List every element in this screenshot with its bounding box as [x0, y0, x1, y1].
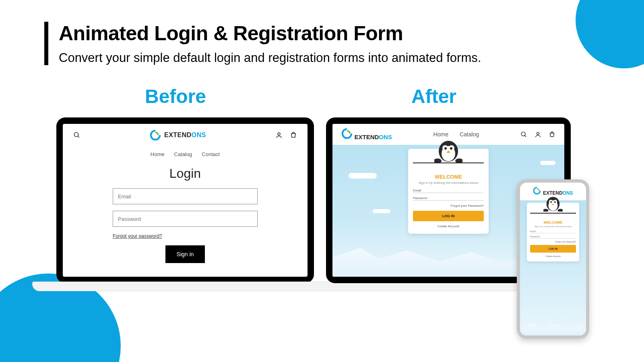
- create-account-link[interactable]: Create Account: [413, 224, 484, 228]
- forgot-password-link[interactable]: Forgot your password?: [113, 233, 162, 239]
- email-label: Email: [530, 230, 576, 232]
- before-screen: EXTENDONS Home Catalog Contact Login: [63, 124, 308, 277]
- welcome-text: WELCOME: [413, 174, 484, 180]
- brand-logo: EXTENDONS: [341, 128, 392, 141]
- forgot-password-link[interactable]: Forgot your Password?: [413, 204, 484, 208]
- animated-login-card: WELCOME Sign in by entering the informat…: [408, 149, 489, 234]
- svg-line-4: [525, 135, 526, 137]
- svg-point-3: [521, 132, 525, 136]
- page-title: Animated Login & Registration Form: [59, 22, 481, 45]
- svg-point-19: [550, 201, 552, 203]
- password-label: Password: [530, 235, 576, 238]
- before-topbar: EXTENDONS: [73, 130, 297, 141]
- brand-mark-icon: [533, 187, 541, 195]
- heading-block: Animated Login & Registration Form Conve…: [44, 22, 481, 65]
- decorative-circle-top-right: [576, 0, 644, 68]
- cart-icon[interactable]: [549, 131, 555, 138]
- cloud-icon: [373, 209, 390, 213]
- after-label: After: [411, 85, 456, 107]
- welcome-subtext: Sign in by entering the informations bel…: [530, 225, 576, 228]
- brand-text: EXTENDONS: [354, 134, 392, 140]
- brand-mark-icon: [150, 130, 161, 141]
- mountain-decoration: [520, 319, 586, 335]
- forgot-password-link[interactable]: Forgot your Password?: [530, 241, 576, 243]
- login-button[interactable]: LOG IN: [413, 211, 484, 221]
- cloud-icon: [540, 161, 555, 165]
- svg-point-13: [434, 158, 442, 162]
- svg-point-11: [450, 147, 452, 150]
- mobile-screen: EXTENDONS WELCOME: [520, 183, 586, 335]
- before-login-form: Forgot your password? Sign in: [113, 188, 258, 263]
- login-heading: Login: [169, 166, 201, 181]
- nav-home[interactable]: Home: [151, 151, 165, 157]
- svg-point-22: [543, 209, 548, 212]
- after-nav: Home Catalog: [433, 131, 479, 138]
- svg-point-20: [554, 201, 556, 203]
- page-subtitle: Convert your simple default login and re…: [59, 51, 481, 65]
- svg-point-23: [558, 209, 563, 212]
- mobile-device: EXTENDONS WELCOME: [517, 179, 589, 339]
- cloud-icon: [349, 173, 377, 179]
- search-icon[interactable]: [73, 132, 80, 139]
- animated-login-card: WELCOME Sign in by entering the informat…: [527, 203, 579, 261]
- nav-contact[interactable]: Contact: [202, 151, 220, 157]
- nav-home[interactable]: Home: [433, 131, 448, 138]
- svg-point-0: [74, 132, 78, 137]
- laptop-bezel: EXTENDONS Home Catalog Contact Login: [56, 117, 314, 283]
- svg-point-5: [537, 132, 539, 134]
- email-label: Email: [413, 189, 484, 192]
- cart-icon[interactable]: [290, 132, 297, 139]
- nav-catalog[interactable]: Catalog: [174, 151, 192, 157]
- password-field[interactable]: [530, 238, 576, 239]
- topbar-icons: [520, 131, 555, 138]
- welcome-subtext: Sign in by entering the informations bel…: [413, 181, 484, 185]
- penguin-icon: [543, 195, 563, 213]
- user-icon[interactable]: [535, 131, 541, 138]
- svg-point-14: [455, 158, 462, 162]
- before-laptop: EXTENDONS Home Catalog Contact Login: [56, 117, 314, 283]
- card-divider: [530, 213, 576, 214]
- brand-mark-icon: [341, 128, 353, 139]
- brand-text: EXTENDONS: [164, 132, 206, 139]
- penguin-icon: [434, 138, 462, 163]
- search-icon[interactable]: [520, 131, 527, 138]
- email-input[interactable]: [113, 188, 258, 204]
- before-label: Before: [145, 85, 206, 107]
- email-field[interactable]: [413, 193, 484, 193]
- login-button[interactable]: LOG IN: [530, 245, 576, 253]
- brand-logo: EXTENDONS: [150, 130, 206, 141]
- password-label: Password: [413, 196, 484, 200]
- svg-point-2: [278, 133, 280, 135]
- svg-line-1: [78, 136, 79, 138]
- nav-catalog[interactable]: Catalog: [460, 131, 479, 138]
- before-nav: Home Catalog Contact: [151, 151, 220, 157]
- welcome-text: WELCOME: [530, 220, 576, 224]
- user-icon[interactable]: [275, 132, 283, 139]
- password-input[interactable]: [113, 211, 258, 227]
- svg-point-10: [444, 147, 447, 150]
- card-divider: [413, 162, 484, 163]
- password-field[interactable]: [413, 200, 484, 201]
- topbar-icons: [275, 132, 297, 139]
- create-account-link[interactable]: Create Account: [530, 255, 576, 257]
- sky-background: WELCOME Sign in by entering the informat…: [520, 200, 586, 335]
- signin-button[interactable]: Sign in: [165, 245, 205, 263]
- email-field[interactable]: [530, 233, 576, 233]
